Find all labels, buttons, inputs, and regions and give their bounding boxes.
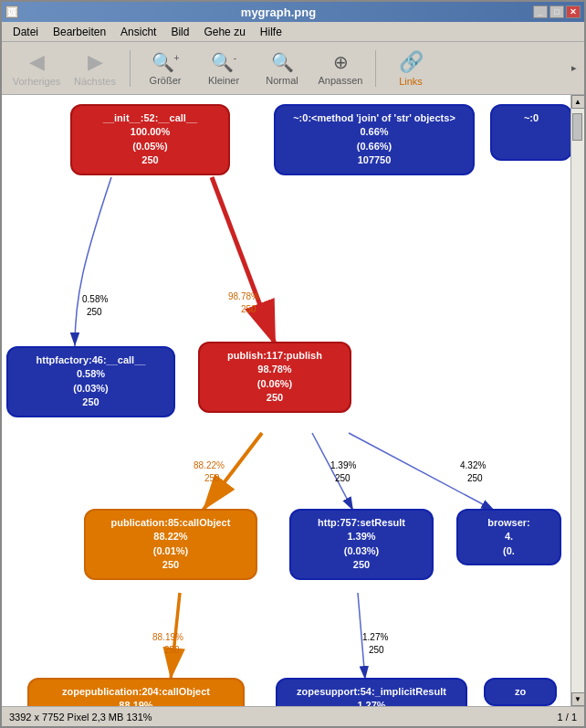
close-button[interactable]: ✕ — [566, 5, 581, 18]
node-browser[interactable]: browser:4.(0. — [456, 509, 561, 565]
canvas-area: 0.58% 250 98.78% 250 88.22% 250 1.39% 25… — [2, 95, 584, 706]
scroll-down-button[interactable]: ▼ — [571, 692, 585, 706]
node-partial[interactable]: ~:0 — [490, 104, 570, 161]
edge-label-publication-pct: 88.22% — [194, 460, 225, 470]
edge-label-httpfactory-count: 250 — [87, 307, 102, 317]
menu-datei[interactable]: Datei — [5, 24, 46, 40]
zoom-out-button[interactable]: 🔍- Kleiner — [196, 46, 251, 91]
main-window: 🖼 mygraph.png _ □ ✕ Datei Bearbeiten Ans… — [0, 0, 586, 728]
svg-line-6 — [349, 433, 495, 511]
status-page: 1 / 1 — [558, 712, 577, 723]
graph-content: 0.58% 250 98.78% 250 88.22% 250 1.39% 25… — [2, 95, 570, 706]
fit-button[interactable]: ⊕ Anpassen — [313, 46, 368, 91]
prev-icon: ◀ — [29, 50, 45, 74]
svg-line-5 — [312, 433, 353, 511]
edge-label-zopepub-count: 250 — [164, 645, 180, 655]
node-httpfactory[interactable]: httpfactory:46:__call__0.58%(0.03%)250 — [6, 346, 175, 417]
menubar: Datei Bearbeiten Ansicht Bild Gehe zu Hi… — [2, 22, 584, 42]
edge-label-browser-pct: 4.32% — [460, 460, 486, 470]
zoom-in-button[interactable]: 🔍+ Größer — [138, 46, 193, 91]
edge-label-http-pct: 1.39% — [330, 460, 356, 470]
window-title: mygraph.png — [24, 5, 533, 19]
scrollbar-vertical: ▲ ▼ — [570, 95, 584, 706]
titlebar-buttons: _ □ ✕ — [533, 5, 581, 18]
menu-ansicht[interactable]: Ansicht — [113, 24, 163, 40]
node-zo-partial[interactable]: zo — [484, 678, 557, 706]
edge-label-browser-count: 250 — [467, 473, 483, 483]
edge-label-zopepub-pct: 88.19% — [152, 632, 183, 642]
svg-line-3 — [212, 177, 276, 346]
edge-label-publish-count: 250 — [241, 304, 256, 314]
node-zopepublication[interactable]: zopepublication:204:callObject88.19%(0.0… — [27, 678, 245, 706]
node-zopesupport[interactable]: zopesupport:54:_implicitResult1.27%(0.03… — [276, 678, 467, 706]
links-icon: 🔗 — [399, 50, 424, 74]
node-publish[interactable]: publish:117:publish98.78%(0.06%)250 — [198, 342, 351, 413]
scroll-up-button[interactable]: ▲ — [571, 95, 585, 109]
toolbar: ◀ Vorheriges ▶ Nächstes 🔍+ Größer 🔍- Kle… — [2, 42, 584, 95]
fit-icon: ⊕ — [333, 51, 349, 73]
svg-line-4 — [203, 433, 262, 511]
minimize-button[interactable]: _ — [533, 5, 548, 18]
toolbar-expand[interactable]: ▸ — [571, 62, 577, 74]
menu-bild[interactable]: Bild — [163, 24, 196, 40]
maximize-button[interactable]: □ — [549, 5, 564, 18]
window-icon[interactable]: 🖼 — [5, 5, 18, 18]
status-info: 3392 x 7752 Pixel 2,3 MB 131% — [9, 712, 152, 723]
prev-button[interactable]: ◀ Vorheriges — [9, 46, 64, 91]
node-http-setresult[interactable]: http:757:setResult1.39%(0.03%)250 — [289, 509, 434, 580]
toolbar-divider-1 — [130, 50, 131, 87]
toolbar-divider-2 — [375, 50, 376, 87]
zoom-out-icon: 🔍- — [211, 51, 236, 73]
links-button[interactable]: 🔗 Links — [383, 46, 438, 91]
menu-hilfe[interactable]: Hilfe — [253, 24, 289, 40]
edge-label-httpfactory-pct: 0.58% — [82, 294, 108, 304]
edge-label-zopesupport-pct: 1.27% — [362, 632, 388, 642]
edge-label-publish-pct: 98.78% — [228, 291, 259, 301]
node-init[interactable]: __init__:52:__call__100.00%(0.05%)250 — [70, 104, 230, 175]
scroll-thumb[interactable] — [572, 113, 582, 141]
next-button[interactable]: ▶ Nächstes — [68, 46, 122, 91]
edge-label-zopesupport-count: 250 — [369, 645, 384, 655]
normal-icon: 🔍 — [271, 51, 294, 73]
node-publication[interactable]: publication:85:callObject88.22%(0.01%)25… — [84, 509, 257, 580]
scroll-track[interactable] — [571, 109, 584, 692]
statusbar: 3392 x 7752 Pixel 2,3 MB 131% 1 / 1 — [2, 706, 584, 726]
normal-button[interactable]: 🔍 Normal — [255, 46, 309, 91]
next-icon: ▶ — [88, 50, 103, 74]
titlebar: 🖼 mygraph.png _ □ ✕ — [2, 2, 584, 22]
menu-gehe-zu[interactable]: Gehe zu — [196, 24, 252, 40]
menu-bearbeiten[interactable]: Bearbeiten — [46, 24, 113, 40]
edge-label-http-count: 250 — [335, 473, 351, 483]
node-method-join[interactable]: ~:0:<method 'join' of 'str' objects>0.66… — [274, 104, 475, 175]
zoom-in-icon: 🔍+ — [152, 51, 180, 73]
edge-label-publication-count: 250 — [204, 473, 220, 483]
